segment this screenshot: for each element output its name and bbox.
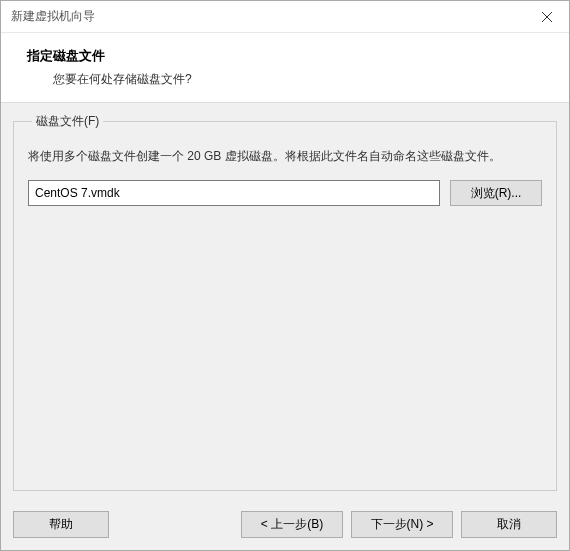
next-button[interactable]: 下一步(N) > xyxy=(351,511,453,538)
disk-filename-input[interactable] xyxy=(28,180,440,206)
content-area: 磁盘文件(F) 将使用多个磁盘文件创建一个 20 GB 虚拟磁盘。将根据此文件名… xyxy=(1,103,569,501)
disk-file-group: 磁盘文件(F) 将使用多个磁盘文件创建一个 20 GB 虚拟磁盘。将根据此文件名… xyxy=(13,113,557,491)
disk-file-description: 将使用多个磁盘文件创建一个 20 GB 虚拟磁盘。将根据此文件名自动命名这些磁盘… xyxy=(28,146,542,166)
disk-file-legend: 磁盘文件(F) xyxy=(32,113,103,130)
cancel-button[interactable]: 取消 xyxy=(461,511,557,538)
window-title: 新建虚拟机向导 xyxy=(11,8,95,25)
help-button[interactable]: 帮助 xyxy=(13,511,109,538)
browse-button[interactable]: 浏览(R)... xyxy=(450,180,542,206)
close-button[interactable] xyxy=(524,1,569,33)
close-icon xyxy=(542,12,552,22)
page-subheading: 您要在何处存储磁盘文件? xyxy=(27,71,543,88)
footer-buttons: 帮助 < 上一步(B) 下一步(N) > 取消 xyxy=(1,501,569,550)
file-input-row: 浏览(R)... xyxy=(28,180,542,206)
wizard-window: 新建虚拟机向导 指定磁盘文件 您要在何处存储磁盘文件? 磁盘文件(F) 将使用多… xyxy=(0,0,570,551)
back-button[interactable]: < 上一步(B) xyxy=(241,511,343,538)
header-area: 指定磁盘文件 您要在何处存储磁盘文件? xyxy=(1,33,569,102)
page-heading: 指定磁盘文件 xyxy=(27,47,543,65)
titlebar: 新建虚拟机向导 xyxy=(1,1,569,33)
